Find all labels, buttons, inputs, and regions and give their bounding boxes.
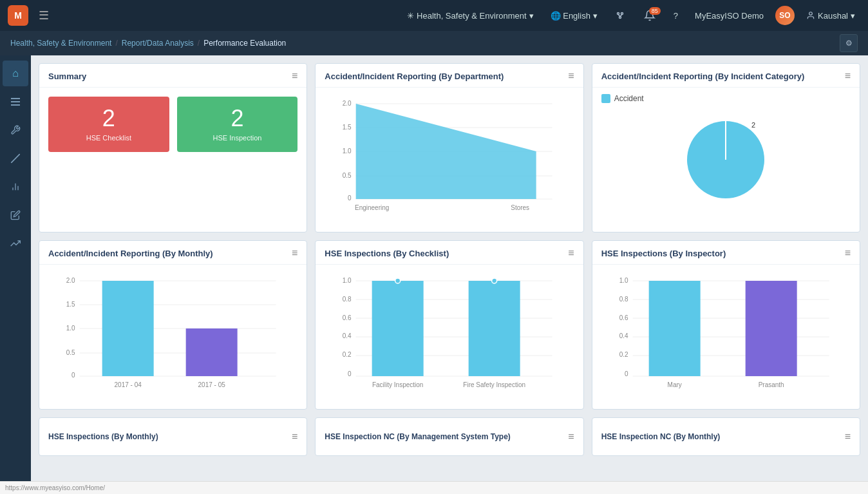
menu-toggle-icon[interactable]: ☰ [35,8,53,23]
svg-text:1.0: 1.0 [66,325,75,332]
hse-monthly-menu[interactable]: ≡ [292,431,297,442]
checklist-chart-menu[interactable]: ≡ [568,247,574,259]
hse-inspection-label: HSE Inspection [213,134,262,142]
app-logo[interactable]: M [8,5,28,26]
help-button[interactable]: ? [668,8,683,23]
incident-cat-menu[interactable]: ≡ [845,70,851,82]
dept-chart-card: Accident/Incident Reporting (By Departme… [315,63,583,233]
svg-point-2 [619,17,621,19]
checklist-chart-body: 1.0 0.8 0.6 0.4 0.2 0 [316,265,583,409]
svg-text:0.8: 0.8 [619,296,628,303]
user-menu[interactable]: Kaushal ▾ [801,8,860,23]
language-selector[interactable]: 🌐 English ▾ [545,8,603,23]
inspector-chart-header: HSE Inspections (By Inspector) ≡ [592,241,860,265]
svg-text:0: 0 [71,372,75,379]
monthly-chart-body: 2.0 1.5 1.0 0.5 0 2017 [39,265,307,409]
summary-title: Summary [48,71,86,81]
monthly-chart-card: Accident/Incident Reporting (By Monthly)… [39,240,307,410]
connect-icon[interactable] [609,7,631,24]
summary-tiles: 2 HSE Checklist 2 HSE Inspection [48,97,297,152]
pie-chart: 2 [674,108,777,211]
svg-text:0.5: 0.5 [343,172,352,179]
svg-rect-73 [745,281,797,376]
incident-cat-title: Accident/Incident Reporting (By Incident… [601,71,805,81]
nc-mgmt-card: HSE Inspection NC (By Management System … [315,417,583,456]
svg-text:Facility Inspection: Facility Inspection [372,381,423,388]
hse-inspection-tile[interactable]: 2 HSE Inspection [177,97,298,152]
dept-chart-title: Accident/Incident Reporting (By Departme… [325,71,504,81]
svg-point-1 [621,13,623,15]
dashboard-grid: Summary ≡ 2 HSE Checklist 2 HSE Inspecti… [39,63,860,410]
svg-text:1.5: 1.5 [343,124,352,131]
sidebar-item-chart[interactable] [3,174,28,200]
svg-text:Prasanth: Prasanth [758,381,784,388]
hse-checklist-count: 2 [102,107,115,130]
checklist-bar-chart: 1.0 0.8 0.6 0.4 0.2 0 [325,271,574,400]
svg-text:2: 2 [751,121,755,129]
incident-cat-body: Accident 2 [592,88,860,220]
checklist-chart-title: HSE Inspections (By Checklist) [325,249,449,258]
svg-text:1.5: 1.5 [66,301,75,308]
inspector-chart-card: HSE Inspections (By Inspector) ≡ 1.0 0.8… [592,240,860,410]
sidebar-item-edit[interactable] [3,202,28,228]
monthly-chart-title: Accident/Incident Reporting (By Monthly) [48,249,213,258]
svg-point-0 [617,13,619,15]
svg-text:0.2: 0.2 [343,351,352,358]
sidebar-item-list[interactable] [3,89,28,115]
checklist-chart-card: HSE Inspections (By Checklist) ≡ 1.0 0.8… [315,240,583,410]
nc-mgmt-menu[interactable]: ≡ [568,431,574,442]
svg-text:0.4: 0.4 [619,332,628,339]
dept-bar-chart: 2.0 1.5 1.0 0.5 0 [325,94,574,223]
hse-monthly-title: HSE Inspections (By Monthly) [48,432,158,441]
sidebar-item-trend[interactable] [3,231,28,256]
breadcrumb-link-2[interactable]: Report/Data Analysis [122,39,194,48]
status-bar: https://www.myeasyiso.com/Home/ [0,481,868,494]
incident-cat-header: Accident/Incident Reporting (By Incident… [592,64,860,88]
nc-monthly-card: HSE Inspection NC (By Monthly) ≡ [592,417,860,456]
dept-chart-menu[interactable]: ≡ [568,70,574,82]
legend-color [601,94,610,103]
nc-monthly-menu[interactable]: ≡ [845,431,851,442]
svg-rect-55 [469,281,520,376]
notifications-button[interactable]: 85 [637,7,662,24]
svg-text:2.0: 2.0 [66,277,75,284]
top-navigation: M ☰ ✳ Health, Safety & Environment ▾ 🌐 E… [0,0,868,31]
svg-marker-22 [356,104,536,199]
svg-text:2.0: 2.0 [343,100,352,107]
svg-text:0: 0 [348,370,352,377]
hse-inspection-count: 2 [231,107,243,130]
monthly-chart-menu[interactable]: ≡ [292,247,297,259]
nc-monthly-title: HSE Inspection NC (By Monthly) [601,432,721,441]
inspector-chart-body: 1.0 0.8 0.6 0.4 0.2 0 [592,265,860,409]
summary-menu-icon[interactable]: ≡ [292,70,297,82]
hse-checklist-label: HSE Checklist [86,134,131,142]
sidebar-item-leaf[interactable] [3,146,28,171]
user-avatar: SO [775,6,795,25]
svg-text:1.0: 1.0 [619,277,628,284]
breadcrumb-link-1[interactable]: Health, Safety & Environment [10,39,111,48]
hse-monthly-card: HSE Inspections (By Monthly) ≡ [39,417,307,456]
svg-text:2017 - 05: 2017 - 05 [198,381,226,388]
svg-text:1.0: 1.0 [343,277,352,284]
svg-text:2017 - 04: 2017 - 04 [115,381,142,388]
company-name: MyEasyISO Demo [690,8,769,23]
svg-text:0.8: 0.8 [343,296,352,303]
inspector-chart-title: HSE Inspections (By Inspector) [601,249,726,258]
svg-rect-72 [648,281,700,376]
hse-checklist-tile[interactable]: 2 HSE Checklist [48,97,169,152]
module-selector[interactable]: ✳ Health, Safety & Environment ▾ [402,8,538,23]
svg-text:0.4: 0.4 [343,332,352,339]
inspector-chart-menu[interactable]: ≡ [845,247,851,259]
svg-text:0: 0 [625,370,628,377]
incident-cat-card: Accident/Incident Reporting (By Incident… [592,63,860,233]
summary-card-body: 2 HSE Checklist 2 HSE Inspection [39,88,307,161]
svg-text:0: 0 [348,195,352,202]
dept-chart-header: Accident/Incident Reporting (By Departme… [316,64,583,88]
sidebar-item-tools[interactable] [3,117,28,143]
svg-point-5 [809,12,813,15]
svg-text:1.0: 1.0 [343,147,352,155]
svg-point-56 [395,278,401,283]
settings-gear-button[interactable]: ⚙ [840,34,858,52]
svg-rect-39 [186,328,238,376]
sidebar-item-home[interactable]: ⌂ [3,61,28,86]
